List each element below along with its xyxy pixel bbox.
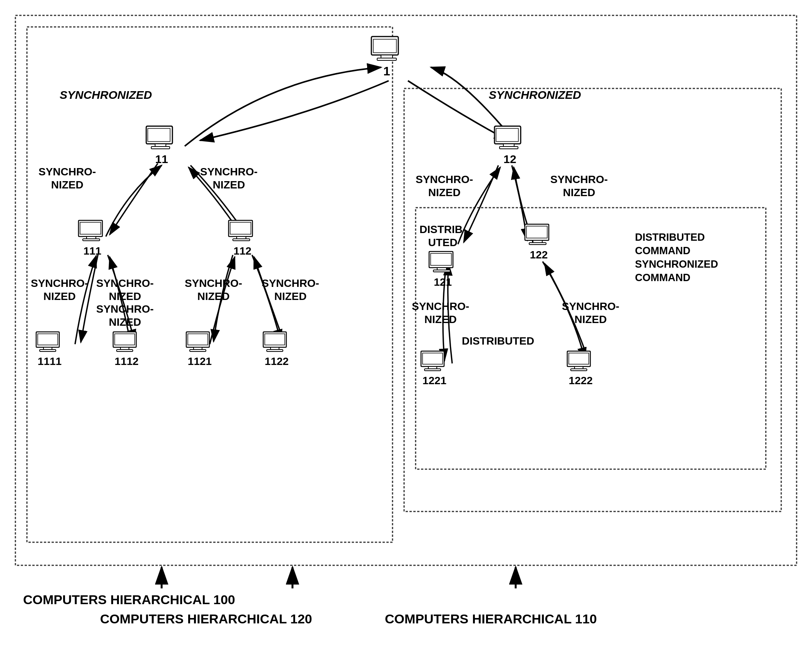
computer-icon-112 — [227, 219, 258, 244]
node-root: 1 — [369, 35, 404, 78]
synchro-nized-right-11: SYNCHRO-NIZED — [200, 165, 257, 191]
synchro-nized-left-11: SYNCHRO-NIZED — [38, 165, 96, 191]
node-112-label: 112 — [234, 245, 252, 257]
svg-rect-17 — [496, 128, 518, 142]
node-122-label: 122 — [530, 249, 548, 261]
svg-rect-9 — [373, 39, 396, 53]
node-1112: 1112 — [112, 331, 142, 368]
node-12: 12 — [493, 125, 527, 166]
synchro-nized-right-12: SYNCHRO-NIZED — [550, 173, 608, 199]
svg-rect-8 — [377, 58, 396, 60]
svg-rect-21 — [80, 222, 101, 234]
svg-rect-28 — [433, 270, 450, 272]
node-111-label: 111 — [84, 245, 102, 257]
svg-rect-11 — [155, 144, 166, 147]
svg-rect-56 — [571, 369, 587, 371]
svg-rect-52 — [424, 369, 441, 371]
computers-hierarchical-110: COMPUTERS HIERARCHICAL 110 — [385, 611, 597, 626]
synchro-nized-111b: SYNCHRO-NIZEDSYNCHRO-NIZED — [96, 277, 154, 328]
computer-icon-122 — [523, 223, 554, 248]
node-1122: 1122 — [262, 331, 292, 368]
node-1222: 1222 — [566, 350, 596, 387]
computer-icon-11 — [144, 125, 179, 152]
svg-rect-49 — [265, 334, 285, 345]
svg-rect-48 — [267, 350, 283, 351]
computer-icon-1222 — [566, 350, 596, 374]
svg-rect-20 — [83, 239, 100, 241]
svg-rect-41 — [115, 334, 135, 345]
svg-rect-33 — [526, 226, 547, 238]
node-11-label: 11 — [155, 153, 168, 166]
computer-icon-1111 — [35, 331, 65, 355]
svg-rect-37 — [38, 334, 58, 345]
computer-icon-1121 — [185, 331, 215, 355]
node-1121: 1121 — [185, 331, 215, 368]
node-1121-label: 1121 — [188, 355, 212, 368]
synchro-nized-112: SYNCHRO-NIZED — [185, 277, 242, 303]
sync-right-label: SYNCHRONIZED — [489, 88, 581, 102]
computers-hierarchical-100: COMPUTERS HIERARCHICAL 100 — [23, 592, 235, 607]
node-1122-label: 1122 — [265, 355, 289, 368]
node-112: 112 — [227, 219, 258, 257]
svg-rect-15 — [503, 144, 514, 147]
svg-rect-44 — [190, 350, 206, 351]
computer-icon-111 — [77, 219, 108, 244]
svg-rect-57 — [569, 353, 589, 364]
svg-rect-32 — [529, 243, 546, 245]
svg-rect-12 — [151, 147, 170, 149]
node-111: 111 — [77, 219, 108, 257]
svg-rect-53 — [423, 353, 443, 364]
computer-icon-1122 — [262, 331, 292, 355]
node-121: DISTRIB-UTED 121 — [419, 223, 466, 288]
computers-hierarchical-120: COMPUTERS HIERARCHICAL 120 — [100, 611, 312, 626]
svg-rect-29 — [431, 253, 451, 265]
svg-rect-36 — [40, 350, 56, 351]
computer-icon-121 — [428, 250, 458, 275]
node-1221: 1221 — [419, 350, 449, 387]
svg-rect-16 — [500, 147, 518, 149]
synchro-nized-111: SYNCHRO-NIZED — [31, 277, 88, 303]
node-12-label: 12 — [503, 153, 516, 166]
computer-icon-root — [369, 35, 404, 63]
node-1111-label: 1111 — [38, 355, 62, 368]
synchro-nized-112b: SYNCHRO-NIZED — [262, 277, 319, 303]
computer-icon-1221 — [419, 350, 449, 374]
svg-rect-7 — [381, 55, 393, 58]
computer-icon-1112 — [112, 331, 142, 355]
svg-rect-13 — [148, 128, 170, 142]
svg-rect-25 — [230, 222, 251, 234]
node-root-label: 1 — [383, 64, 390, 78]
node-11: 11 — [144, 125, 179, 166]
synchro-nized-121: SYNCHRO-NIZED — [412, 300, 469, 326]
node-122: 122 — [523, 223, 554, 261]
node-1221-label: 1221 — [423, 375, 446, 387]
distributed-1221-label: DISTRIBUTED — [462, 335, 534, 348]
distributed-command-label: DISTRIBUTEDCOMMANDSYNCHRONIZEDCOMMAND — [635, 231, 718, 285]
synchro-nized-122: SYNCHRO-NIZED — [562, 300, 619, 326]
svg-rect-45 — [188, 334, 208, 345]
node-1111: 1111 — [35, 331, 65, 368]
synchro-nized-left-12: SYNCHRO-NIZED — [416, 173, 473, 199]
computer-icon-12 — [493, 125, 527, 152]
svg-rect-24 — [233, 239, 250, 241]
node-121-label: 121 — [434, 276, 452, 288]
node-1222-label: 1222 — [569, 375, 593, 387]
node-1112-label: 1112 — [115, 355, 139, 368]
sync-left-label: SYNCHRONIZED — [60, 88, 152, 102]
svg-rect-40 — [117, 350, 133, 351]
